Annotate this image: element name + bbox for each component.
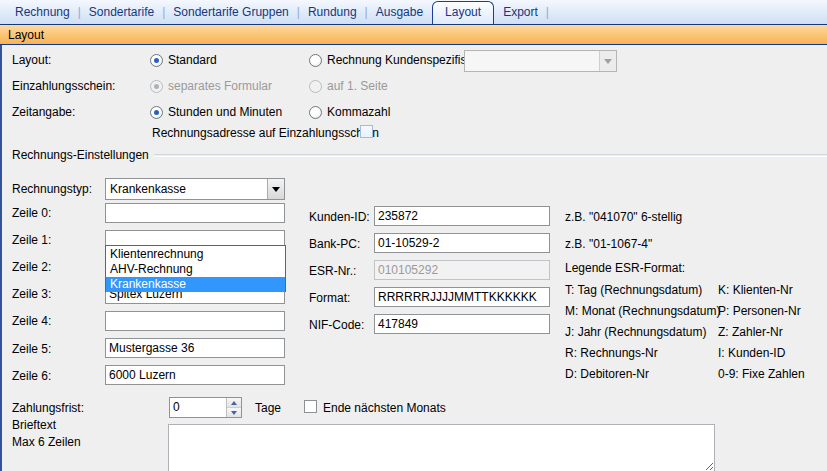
content-panel: Layout: Standard Rechnung Kundenspezifis…: [0, 45, 827, 471]
format-input[interactable]: [374, 287, 550, 307]
radio-separates-formular: [150, 80, 163, 93]
zeile5-input[interactable]: [105, 338, 285, 358]
chevron-down-icon: [272, 187, 280, 192]
arrow-down-icon: [231, 411, 237, 415]
zeile5-label: Zeile 5:: [12, 342, 51, 356]
legend-j: J: Jahr (Rechnungsdatum): [565, 325, 706, 339]
legend-r: R: Rechnungs-Nr: [565, 346, 658, 360]
rechnungsadresse-checkbox-label: Rechnungsadresse auf Einzahlungsschein: [152, 126, 379, 140]
section-header-bar: Layout: [0, 24, 827, 45]
rechnungstyp-label: Rechnungstyp:: [12, 182, 92, 196]
rechnungsadresse-checkbox[interactable]: [360, 125, 373, 138]
radio-stunden-minuten-label[interactable]: Stunden und Minuten: [168, 105, 282, 119]
layout-label: Layout:: [12, 53, 51, 67]
dropdown-option-ahv-rechnung[interactable]: AHV-Rechnung: [106, 262, 285, 277]
zeile1-label: Zeile 1:: [12, 233, 51, 247]
brieftext-textarea[interactable]: [168, 424, 715, 471]
zeile3-label: Zeile 3:: [12, 287, 51, 301]
tab-export[interactable]: Export: [496, 1, 545, 24]
group-divider: [154, 154, 827, 156]
nif-code-label: NIF-Code:: [309, 318, 364, 332]
legend-t: T: Tag (Rechnungsdatum): [565, 283, 702, 297]
radio-auf-erste-seite: [309, 80, 322, 93]
legend-k: K: Klienten-Nr: [718, 283, 793, 297]
zahlungsfrist-label: Zahlungsfrist:: [12, 401, 84, 415]
arrow-up-icon: [231, 401, 237, 405]
zeitangabe-label: Zeitangabe:: [12, 105, 75, 119]
radio-auf-erste-seite-label: auf 1. Seite: [327, 79, 388, 93]
zeile6-input[interactable]: [105, 365, 285, 385]
format-label: Format:: [309, 291, 350, 305]
nif-code-input[interactable]: [374, 314, 550, 334]
zeile4-label: Zeile 4:: [12, 314, 51, 328]
tab-ausgabe[interactable]: Ausgabe: [369, 1, 430, 24]
radio-standard[interactable]: [150, 54, 163, 67]
layout-settings-page: Rechnung | Sondertarife | Sondertarife G…: [0, 0, 827, 471]
kunden-id-hint: z.B. "041070" 6-stellig: [565, 210, 682, 224]
zeile0-input[interactable]: [105, 203, 285, 223]
spinner-up-button[interactable]: [227, 398, 241, 407]
radio-kommazahl[interactable]: [309, 106, 322, 119]
radio-kommazahl-label[interactable]: Kommazahl: [327, 105, 390, 119]
max-zeilen-label: Max 6 Zeilen: [12, 435, 81, 449]
rechnungstyp-dropdown-button[interactable]: [267, 179, 284, 199]
radio-kundenspezifisch-label[interactable]: Rechnung Kundenspezifisch: [327, 53, 479, 67]
kundenspezifisch-combobox: [464, 50, 617, 72]
combobox-dropdown-button: [599, 51, 616, 71]
bank-pc-label: Bank-PC:: [309, 237, 360, 251]
einzahlungsschein-label: Einzahlungsschein:: [12, 79, 115, 93]
zeile2-label: Zeile 2:: [12, 260, 51, 274]
tage-label: Tage: [255, 401, 281, 415]
rechnungstyp-combobox-value: Krankenkasse: [106, 182, 267, 196]
chevron-down-icon: [604, 59, 612, 64]
bank-pc-input[interactable]: [374, 233, 550, 253]
zeile6-label: Zeile 6:: [12, 369, 51, 383]
dropdown-option-krankenkasse-selected[interactable]: Krankenkasse: [106, 277, 285, 292]
legend-z: Z: Zahler-Nr: [718, 325, 783, 339]
zahlungsfrist-spinner[interactable]: 0: [169, 397, 242, 418]
tab-separator: |: [545, 1, 550, 24]
spinner-buttons: [226, 398, 241, 417]
group-title: Rechnungs-Einstellungen: [12, 148, 149, 162]
rechnungstyp-dropdown-list: Klientenrechnung AHV-Rechnung Krankenkas…: [105, 245, 286, 292]
legend-i: I: Kunden-ID: [718, 346, 785, 360]
tab-sondertarife[interactable]: Sondertarife: [82, 1, 161, 24]
rechnungstyp-combobox[interactable]: Krankenkasse: [105, 178, 285, 200]
legend-m: M: Monat (Rechnungsdatum): [565, 304, 720, 318]
ende-monats-checkbox[interactable]: [304, 400, 317, 413]
tab-sondertarife-gruppen[interactable]: Sondertarife Gruppen: [166, 1, 295, 24]
bank-pc-hint: z.B. "01-1067-4": [565, 237, 652, 251]
ende-monats-checkbox-label[interactable]: Ende nächsten Monats: [323, 401, 446, 415]
dropdown-option-klientenrechnung[interactable]: Klientenrechnung: [106, 247, 285, 262]
zahlungsfrist-value[interactable]: 0: [170, 398, 226, 417]
legend-d: D: Debitoren-Nr: [565, 367, 649, 381]
legend-p: P: Personen-Nr: [718, 304, 801, 318]
radio-stunden-minuten[interactable]: [150, 106, 163, 119]
radio-kundenspezifisch[interactable]: [309, 54, 322, 67]
brieftext-label: Brieftext: [12, 418, 56, 432]
zeile4-input[interactable]: [105, 311, 285, 331]
tab-rundung[interactable]: Rundung: [301, 1, 364, 24]
kunden-id-input[interactable]: [374, 206, 550, 226]
radio-standard-label[interactable]: Standard: [168, 53, 217, 67]
tab-layout-selected[interactable]: Layout: [432, 1, 494, 24]
zeile0-label: Zeile 0:: [12, 206, 51, 220]
legend-fixe-zahlen: 0-9: Fixe Zahlen: [718, 367, 805, 381]
spinner-down-button[interactable]: [227, 407, 241, 417]
esr-nr-input: [374, 260, 550, 280]
radio-separates-formular-label: separates Formular: [168, 79, 272, 93]
tab-rechnung[interactable]: Rechnung: [8, 1, 77, 24]
esr-nr-label: ESR-Nr.:: [309, 264, 356, 278]
kunden-id-label: Kunden-ID:: [309, 210, 370, 224]
section-header-title: Layout: [8, 28, 44, 42]
tab-bar: Rechnung | Sondertarife | Sondertarife G…: [0, 0, 827, 24]
legend-title: Legende ESR-Format:: [565, 261, 685, 275]
